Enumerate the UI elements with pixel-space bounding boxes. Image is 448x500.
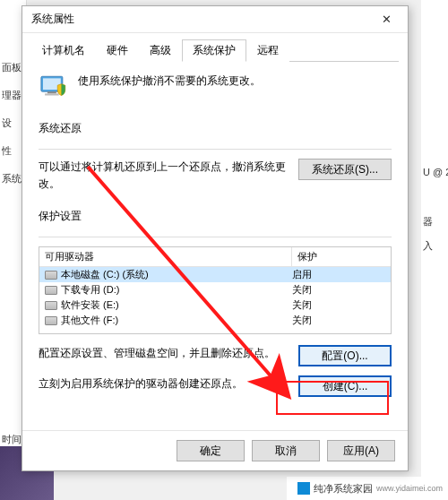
system-restore-button[interactable]: 系统还原(S)... — [298, 159, 392, 180]
tab-computer-name[interactable]: 计算机名 — [31, 39, 96, 62]
dialog-title: 系统属性 — [31, 12, 370, 27]
disk-icon — [45, 286, 57, 295]
restore-heading: 系统还原 — [39, 121, 392, 136]
tab-advanced[interactable]: 高级 — [139, 39, 182, 62]
disk-icon — [45, 301, 57, 310]
ok-button[interactable]: 确定 — [177, 440, 245, 461]
tabs: 计算机名 硬件 高级 系统保护 远程 — [31, 39, 399, 62]
close-icon: ✕ — [382, 13, 392, 26]
table-row[interactable]: 下载专用 (D:) 关闭 — [39, 282, 391, 297]
restore-desc: 可以通过将计算机还原到上一个还原点，撤消系统更改。 — [39, 159, 286, 193]
tab-hardware[interactable]: 硬件 — [96, 39, 139, 62]
tab-system-protection[interactable]: 系统保护 — [182, 39, 246, 62]
titlebar: 系统属性 ✕ — [22, 6, 408, 33]
create-restore-point-button[interactable]: 创建(C)... — [298, 375, 392, 397]
watermark-url: www.yidaimei.com — [376, 484, 443, 493]
table-row[interactable]: 其他文件 (F:) 关闭 — [39, 313, 391, 328]
configure-button[interactable]: 配置(O)... — [298, 345, 392, 366]
disk-icon — [45, 316, 57, 325]
table-header: 可用驱动器 保护 — [39, 247, 391, 267]
col-drive: 可用驱动器 — [39, 247, 292, 266]
table-row[interactable]: 软件安装 (E:) 关闭 — [39, 297, 391, 313]
config-desc: 配置还原设置、管理磁盘空间，并且删除还原点。 — [39, 345, 286, 362]
close-button[interactable]: ✕ — [370, 10, 402, 30]
dialog-footer: 确定 取消 应用(A) — [22, 430, 408, 470]
table-row[interactable]: 本地磁盘 (C:) (系统) 启用 — [39, 267, 391, 282]
drive-table[interactable]: 可用驱动器 保护 本地磁盘 (C:) (系统) 启用 下载专用 (D:) 关闭 … — [39, 246, 392, 334]
svg-rect-3 — [45, 93, 59, 95]
divider — [39, 237, 392, 237]
create-desc: 立刻为启用系统保护的驱动器创建还原点。 — [39, 375, 286, 392]
apply-button[interactable]: 应用(A) — [327, 440, 395, 461]
background-right-panel: U @ 2.60G 器 入 — [421, 0, 448, 500]
protect-heading: 保护设置 — [39, 209, 392, 224]
col-protection: 保护 — [292, 247, 391, 266]
watermark-logo-icon — [297, 482, 310, 495]
cancel-button[interactable]: 取消 — [252, 440, 320, 461]
divider — [39, 149, 392, 150]
watermark-brand: 纯净系统家园 — [314, 482, 373, 496]
tab-remote[interactable]: 远程 — [246, 39, 289, 62]
intro-text: 使用系统保护撤消不需要的系统更改。 — [78, 73, 261, 90]
watermark: 纯净系统家园 www.yidaimei.com — [287, 477, 448, 500]
shield-monitor-icon — [39, 73, 69, 103]
system-properties-dialog: 系统属性 ✕ 计算机名 硬件 高级 系统保护 远程 使用系统保护撤消不需要的系统… — [22, 5, 409, 471]
disk-icon — [45, 271, 57, 280]
svg-rect-2 — [47, 91, 56, 93]
